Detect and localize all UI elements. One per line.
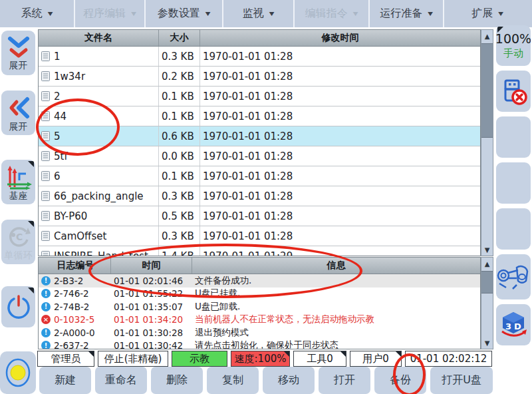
single-cycle-label: 单循环 bbox=[5, 250, 33, 260]
file-doc-icon bbox=[41, 251, 50, 256]
file-name: CamOffset bbox=[54, 230, 106, 242]
info-icon: ! bbox=[41, 276, 51, 286]
col-log-id[interactable]: 日志编号 bbox=[39, 258, 111, 274]
file-row-66_packing_angle[interactable]: 66_packing_angle0.3 KB1970-01-01 01:28 bbox=[39, 186, 480, 206]
action-备份-button[interactable]: 备份 bbox=[374, 367, 426, 394]
log-table: 日志编号 时间 信息 !2-B3-201-01 02:01:46文件备份成功.!… bbox=[38, 257, 481, 349]
file-name: 66_packing_angle bbox=[54, 190, 144, 202]
log-table-scrollbar[interactable]: ▲ ▼ bbox=[481, 257, 493, 349]
file-name: 1w34r bbox=[54, 71, 85, 83]
action-复制-button[interactable]: 复制 bbox=[207, 367, 259, 394]
file-mtime: 1970-01-01 01:28 bbox=[200, 106, 480, 126]
speed-badge[interactable]: 速度:100% bbox=[231, 351, 290, 367]
action-打开U盘-button[interactable]: 打开U盘 bbox=[430, 367, 493, 394]
file-doc-icon bbox=[41, 111, 50, 121]
file-row-5tf[interactable]: 5tf0.0 KB1970-01-01 01:28 bbox=[39, 146, 480, 166]
menu-系统[interactable]: 系统▼ bbox=[0, 0, 75, 27]
usb-error-icon bbox=[499, 77, 528, 106]
col-filename[interactable]: 文件名 bbox=[39, 30, 159, 46]
col-size[interactable]: 大小 bbox=[159, 30, 200, 46]
empty-1-button[interactable] bbox=[496, 116, 531, 158]
power-button[interactable] bbox=[1, 286, 35, 327]
svg-text:D: D bbox=[514, 321, 521, 331]
log-row-2-A000-0[interactable]: !2-A000-001-01 01:30:28退出预约模式 bbox=[39, 326, 480, 339]
file-row-6[interactable]: 60.1 KB1970-01-01 01:28 bbox=[39, 166, 480, 186]
log-id: 2-A000-0 bbox=[54, 327, 95, 338]
action-打开-button[interactable]: 打开 bbox=[319, 367, 370, 394]
file-size: 0.3 KB bbox=[159, 186, 200, 206]
log-row-2-74B-2[interactable]: !2-74B-201-01 01:35:07U盘已卸载. bbox=[39, 300, 480, 313]
log-row-0-1032-5[interactable]: ✕0-1032-501-01 01:34:20当前机器人不在正常状态，无法启动拖… bbox=[39, 313, 480, 327]
file-row-INSPIRE_Hand_test[interactable]: INSPIRE_Hand_test1.4 KB1970-01-01 01:29 bbox=[39, 246, 480, 256]
file-name: 44 bbox=[54, 110, 66, 122]
file-mtime: 1970-01-01 01:28 bbox=[200, 126, 480, 146]
usb-status-button[interactable] bbox=[496, 71, 531, 112]
drag-teach-icon bbox=[497, 264, 530, 290]
log-message: 退出预约模式 bbox=[192, 326, 480, 339]
file-row-CamOffset[interactable]: CamOffset0.3 KB1970-01-01 01:28 bbox=[39, 226, 480, 246]
file-size: 0.1 KB bbox=[159, 166, 200, 186]
file-size: 0.1 KB bbox=[159, 87, 200, 106]
empty-3-button[interactable] bbox=[496, 208, 531, 250]
expand-left-button[interactable]: 展开 bbox=[1, 91, 35, 135]
chevron-down-icon: ▼ bbox=[353, 11, 358, 17]
base-coord-button[interactable]: 基座 bbox=[1, 160, 35, 204]
menu-参数设置[interactable]: 参数设置▼ bbox=[146, 0, 223, 27]
scroll-up-icon[interactable]: ▲ bbox=[481, 30, 493, 42]
log-row-2-746-2[interactable]: !2-746-201-01 01:55:22U盘已挂载. bbox=[39, 288, 480, 301]
file-doc-icon bbox=[41, 51, 50, 61]
log-row-2-B3-2[interactable]: !2-B3-201-01 02:01:46文件备份成功. bbox=[39, 274, 480, 288]
menu-监视[interactable]: 监视▼ bbox=[223, 0, 295, 27]
action-新建-button[interactable]: 新建 bbox=[39, 367, 91, 394]
file-row-44[interactable]: 440.1 KB1970-01-01 01:28 bbox=[39, 106, 480, 126]
file-name: 1 bbox=[54, 51, 61, 63]
expand-down-button[interactable]: 展开 bbox=[1, 31, 35, 75]
scroll-thumb[interactable] bbox=[481, 271, 493, 294]
file-row-1w34r[interactable]: 1w34r0.2 KB1970-01-01 01:28 bbox=[39, 67, 480, 87]
action-删除-button[interactable]: 删除 bbox=[151, 367, 203, 394]
file-table-scrollbar[interactable]: ▲ ▼ bbox=[481, 29, 493, 256]
deadman-indicator-button[interactable] bbox=[0, 351, 36, 394]
file-mtime: 1970-01-01 01:28 bbox=[200, 67, 480, 86]
log-id: 2-74B-2 bbox=[54, 301, 89, 312]
file-doc-icon bbox=[41, 131, 50, 141]
user-select[interactable]: 用户0 bbox=[350, 351, 402, 367]
user-select-label: 用户0 bbox=[362, 353, 389, 365]
scroll-down-icon[interactable]: ▼ bbox=[481, 244, 493, 256]
speed-mode-button[interactable]: 100%手动 bbox=[496, 25, 531, 66]
menu-运行准备[interactable]: 运行准备▼ bbox=[370, 0, 444, 27]
teach-pendant-screen: 系统▼程序编辑▼参数设置▼监视▼编辑指令▼运行准备▼扩展▼ 展开 展开 基座 C… bbox=[0, 0, 532, 394]
chevron-double-down-icon bbox=[5, 37, 33, 59]
col-modified[interactable]: 修改时间 bbox=[200, 30, 480, 46]
action-移动-button[interactable]: 移动 bbox=[263, 367, 315, 394]
file-row-5[interactable]: 50.6 KB1970-01-01 01:28 bbox=[39, 126, 480, 146]
scroll-up-icon[interactable]: ▲ bbox=[481, 258, 493, 270]
col-log-time[interactable]: 时间 bbox=[111, 258, 192, 274]
log-row-2-637-2[interactable]: !2-637-201-01 01:30:42请先点击初始化，确保处于同步状态 bbox=[39, 339, 480, 350]
menu-label: 系统 bbox=[21, 7, 43, 21]
tool-select[interactable]: 工具0 bbox=[293, 351, 346, 367]
file-rows: 10.3 KB1970-01-01 01:28 1w34r0.2 KB1970-… bbox=[39, 47, 480, 256]
file-row-2[interactable]: 20.1 KB1970-01-01 01:28 bbox=[39, 87, 480, 106]
svg-text:3: 3 bbox=[505, 321, 511, 331]
menubar: 系统▼程序编辑▼参数设置▼监视▼编辑指令▼运行准备▼扩展▼ bbox=[0, 0, 532, 29]
log-time: 01-01 01:30:28 bbox=[111, 326, 192, 339]
view-3d-button[interactable]: 3 D bbox=[496, 304, 531, 345]
user-level[interactable]: 管理员 bbox=[37, 351, 94, 367]
error-icon: ✕ bbox=[41, 315, 51, 324]
file-doc-icon bbox=[41, 71, 50, 81]
yellow-circle-icon bbox=[5, 357, 31, 389]
col-log-msg[interactable]: 信息 bbox=[192, 258, 480, 274]
scroll-down-icon[interactable]: ▼ bbox=[481, 337, 493, 349]
empty-2-button[interactable] bbox=[496, 162, 531, 204]
drag-teach-button[interactable] bbox=[496, 254, 531, 299]
file-size: 0.6 KB bbox=[159, 126, 200, 146]
file-row-1[interactable]: 10.3 KB1970-01-01 01:28 bbox=[39, 47, 480, 67]
chevron-double-left-icon bbox=[7, 95, 31, 120]
file-doc-icon bbox=[41, 151, 50, 161]
file-row-BY-P60[interactable]: BY-P600.5 KB1970-01-01 01:28 bbox=[39, 206, 480, 226]
scroll-thumb[interactable] bbox=[481, 43, 493, 138]
action-重命名-button[interactable]: 重命名 bbox=[95, 367, 147, 394]
cube-3d-icon: 3 D bbox=[498, 310, 529, 339]
menu-扩展[interactable]: 扩展▼ bbox=[444, 0, 531, 27]
